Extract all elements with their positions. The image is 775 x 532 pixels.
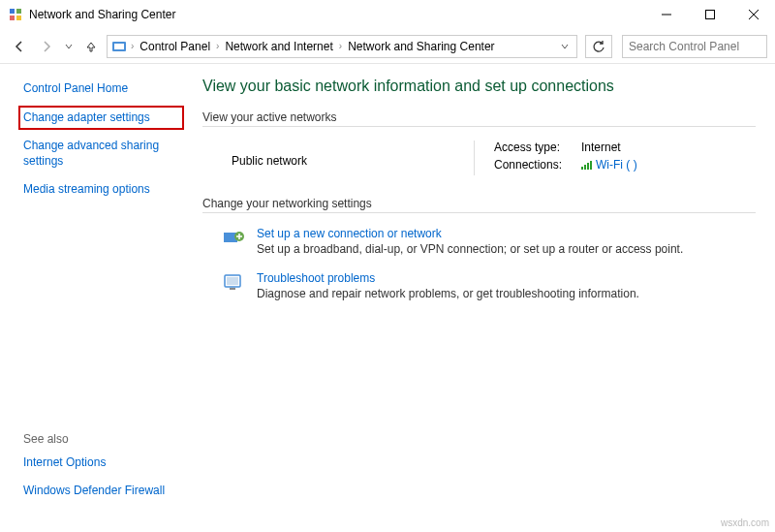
- svg-rect-0: [10, 9, 15, 14]
- page-heading: View your basic network information and …: [202, 78, 756, 95]
- connections-label: Connections:: [494, 158, 572, 172]
- close-button[interactable]: [731, 0, 775, 29]
- divider: [202, 126, 756, 127]
- search-input[interactable]: [629, 40, 774, 53]
- refresh-button[interactable]: [585, 35, 612, 58]
- address-dropdown[interactable]: [557, 40, 573, 53]
- forward-button[interactable]: [35, 35, 58, 58]
- svg-rect-16: [230, 288, 235, 290]
- svg-rect-3: [16, 16, 21, 20]
- recent-dropdown[interactable]: [62, 35, 76, 58]
- svg-rect-9: [114, 44, 124, 49]
- change-adapter-settings-link[interactable]: Change adapter settings: [23, 110, 179, 126]
- wifi-connection-link[interactable]: Wi-Fi ( ): [581, 158, 637, 172]
- maximize-button[interactable]: [688, 0, 731, 29]
- search-box[interactable]: [622, 35, 767, 58]
- wifi-label: Wi-Fi ( ): [596, 158, 637, 172]
- troubleshoot-icon: [222, 271, 245, 295]
- breadcrumb-item[interactable]: Network and Sharing Center: [346, 40, 496, 53]
- back-button[interactable]: [8, 35, 31, 58]
- change-advanced-sharing-link[interactable]: Change advanced sharing settings: [23, 139, 179, 169]
- media-streaming-options-link[interactable]: Media streaming options: [23, 182, 179, 198]
- change-settings-label: Change your networking settings: [202, 197, 756, 210]
- see-also-section: See also Internet Options Windows Defend…: [23, 432, 165, 513]
- active-network-row: Public network Access type: Internet Con…: [202, 141, 756, 175]
- troubleshoot-desc: Diagnose and repair network problems, or…: [257, 287, 639, 300]
- network-name: Public network: [232, 141, 474, 168]
- breadcrumb-item[interactable]: Network and Internet: [223, 40, 334, 53]
- watermark: wsxdn.com: [721, 517, 769, 528]
- setup-connection-action: Set up a new connection or network Set u…: [202, 227, 756, 256]
- divider: [202, 212, 756, 213]
- svg-rect-1: [16, 9, 21, 14]
- svg-rect-15: [227, 277, 238, 285]
- sidebar: Control Panel Home Change adapter settin…: [0, 64, 189, 532]
- window-title: Network and Sharing Center: [29, 8, 644, 21]
- setup-connection-icon: [222, 227, 245, 250]
- access-type-value: Internet: [581, 141, 621, 154]
- setup-connection-desc: Set up a broadband, dial-up, or VPN conn…: [257, 242, 683, 256]
- svg-rect-5: [705, 11, 714, 19]
- access-type-label: Access type:: [494, 141, 572, 154]
- breadcrumb-item[interactable]: Control Panel: [138, 40, 212, 53]
- chevron-right-icon[interactable]: ›: [337, 41, 344, 51]
- svg-rect-2: [10, 16, 15, 20]
- internet-options-link[interactable]: Internet Options: [23, 455, 165, 471]
- control-panel-home-link[interactable]: Control Panel Home: [23, 81, 179, 97]
- titlebar: Network and Sharing Center: [0, 0, 775, 29]
- troubleshoot-action: Troubleshoot problems Diagnose and repai…: [202, 271, 756, 300]
- see-also-heading: See also: [23, 432, 165, 446]
- address-bar[interactable]: › Control Panel › Network and Internet ›…: [107, 35, 577, 58]
- minimize-button[interactable]: [644, 0, 688, 29]
- controlpanel-icon: [111, 39, 127, 54]
- setup-connection-link[interactable]: Set up a new connection or network: [257, 227, 442, 240]
- troubleshoot-link[interactable]: Troubleshoot problems: [257, 271, 375, 285]
- active-networks-label: View your active networks: [202, 110, 756, 124]
- app-icon: [8, 7, 23, 22]
- chevron-right-icon[interactable]: ›: [214, 41, 221, 51]
- wifi-signal-icon: [581, 161, 592, 170]
- up-button[interactable]: [79, 35, 103, 58]
- main-content: View your basic network information and …: [189, 64, 775, 532]
- windows-defender-firewall-link[interactable]: Windows Defender Firewall: [23, 484, 165, 499]
- chevron-right-icon[interactable]: ›: [129, 41, 136, 51]
- nav-row: › Control Panel › Network and Internet ›…: [0, 29, 775, 64]
